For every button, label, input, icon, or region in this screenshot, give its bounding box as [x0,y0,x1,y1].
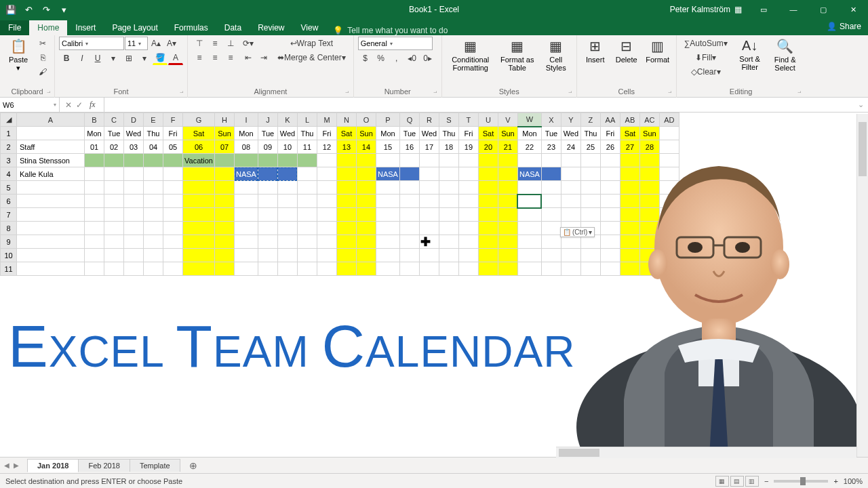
formula-bar[interactable] [104,98,868,112]
scroll-thumb[interactable] [859,122,867,176]
column-header[interactable]: D [124,113,144,127]
cell[interactable] [336,262,356,276]
cell[interactable] [85,181,104,195]
cell[interactable]: 11 [297,140,317,154]
cell[interactable] [183,249,215,262]
cell[interactable] [104,195,124,208]
cell[interactable] [258,222,277,235]
signed-in-user[interactable]: Peter Kalmström▦ [663,5,749,14]
cell[interactable] [478,195,498,208]
increase-decimal-button[interactable]: ◂0 [405,52,420,65]
cell[interactable] [17,208,85,222]
cell[interactable] [478,235,498,249]
cell[interactable] [163,235,183,249]
maximize-icon[interactable]: ▢ [808,0,838,19]
cell[interactable] [144,154,163,167]
cell[interactable] [336,181,356,195]
cell[interactable] [124,181,144,195]
cell[interactable] [517,249,541,262]
cell[interactable] [317,167,336,181]
cell[interactable] [498,222,517,235]
orientation-button[interactable]: ⟳▾ [241,37,256,50]
cell[interactable] [215,181,235,195]
cell[interactable]: 05 [163,140,183,154]
cell[interactable]: Fri [458,127,478,140]
cell[interactable]: Vacation [183,154,215,167]
cell[interactable]: 17 [419,140,439,154]
cell[interactable] [17,249,85,262]
cell[interactable]: Sat [183,127,215,140]
cell[interactable] [336,208,356,222]
cell[interactable] [356,154,376,167]
cell[interactable]: Wed [124,127,144,140]
cell[interactable] [376,154,399,167]
cell[interactable] [297,167,317,181]
cell[interactable] [336,249,356,262]
cell[interactable] [124,249,144,262]
cell[interactable] [17,262,85,276]
zoom-in-icon[interactable]: + [833,477,837,485]
cell[interactable]: Mon [517,127,541,140]
cell[interactable] [356,249,376,262]
italic-button[interactable]: I [75,52,90,65]
cell[interactable] [419,195,439,208]
column-header[interactable]: S [439,113,458,127]
cell[interactable]: Stina Stensson [17,154,85,167]
cell[interactable]: NASA [376,167,399,181]
cell[interactable] [85,235,104,249]
cell[interactable] [517,208,541,222]
cell[interactable]: 18 [439,140,458,154]
cell[interactable]: Wed [419,127,439,140]
cell[interactable] [277,235,297,249]
cell[interactable] [458,235,478,249]
cell[interactable]: Tue [104,127,124,140]
cell[interactable]: 14 [356,140,376,154]
cell[interactable] [317,262,336,276]
cell[interactable] [376,235,399,249]
cell[interactable] [124,154,144,167]
cell[interactable] [235,208,258,222]
cell[interactable]: Thu [439,127,458,140]
cell[interactable] [258,208,277,222]
cell[interactable] [458,208,478,222]
cell[interactable] [439,154,458,167]
cell[interactable] [399,181,419,195]
cell[interactable] [144,195,163,208]
cell[interactable] [336,222,356,235]
cell[interactable] [317,249,336,262]
border-button[interactable]: ⊞ [121,52,136,65]
cell[interactable] [104,235,124,249]
cell[interactable] [517,195,541,208]
find-select-button[interactable]: 🔍Find & Select [769,37,802,72]
cell[interactable] [419,167,439,181]
underline-more-icon[interactable]: ▾ [106,52,121,65]
cell[interactable] [317,154,336,167]
cell[interactable]: Sun [498,127,517,140]
cell[interactable] [163,195,183,208]
zoom-level[interactable]: 100% [844,477,863,485]
cell[interactable] [277,167,297,181]
cell[interactable] [336,167,356,181]
column-header[interactable]: A [17,113,85,127]
vertical-scrollbar[interactable] [856,114,868,457]
align-middle-button[interactable]: ≡ [208,37,222,50]
cell[interactable] [517,235,541,249]
cell[interactable]: Sat [478,127,498,140]
cell[interactable] [399,167,419,181]
column-header[interactable]: AB [620,113,639,127]
cell[interactable] [297,235,317,249]
ribbon-options-icon[interactable]: ▭ [749,0,778,19]
row-header[interactable]: 1 [1,127,17,140]
cell[interactable]: Mon [235,127,258,140]
cell[interactable] [277,208,297,222]
cell[interactable]: 20 [478,140,498,154]
sheet-nav-prev-icon[interactable]: ◀ [4,462,9,469]
cell[interactable] [498,195,517,208]
cell[interactable] [17,127,85,140]
column-header[interactable]: Z [580,113,600,127]
cell[interactable] [85,222,104,235]
row-header[interactable]: 11 [1,262,17,276]
tab-formulas[interactable]: Formulas [166,20,216,35]
cell[interactable]: Fri [163,127,183,140]
sheet-tab[interactable]: Template [130,459,180,472]
